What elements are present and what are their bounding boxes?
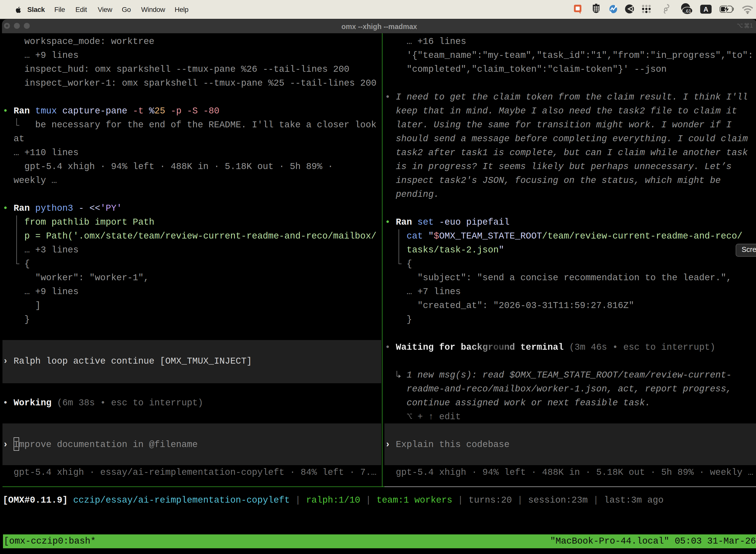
svg-text:..61: ..61 <box>683 8 691 14</box>
svg-text:A: A <box>703 6 708 13</box>
svg-text:1: 1 <box>750 22 753 29</box>
